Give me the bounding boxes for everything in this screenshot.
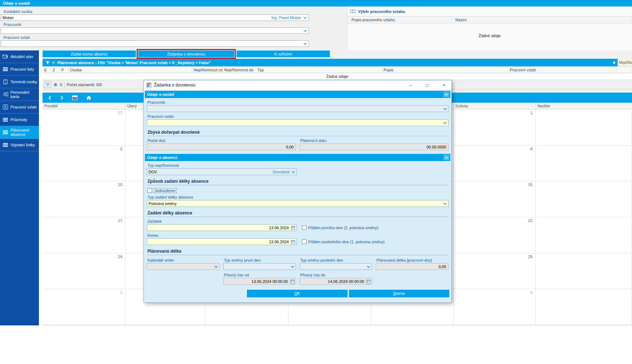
calendar-cell[interactable]: 24. [43,253,125,289]
absence-tabs: Zadat novou absenciŽádanka o dovolenouK … [43,50,330,58]
prev-period-button[interactable] [48,96,52,100]
column-header-z[interactable]: Z [51,67,60,73]
column-header-osoba[interactable]: Osoba [68,67,192,73]
calendar-cell[interactable] [536,253,632,289]
collapse-button[interactable] [443,92,449,97]
home-icon[interactable] [86,96,92,100]
absence-type-combobox[interactable]: DOV Dovolená [147,168,297,175]
calendar-cell[interactable]: 17. [43,217,125,253]
next-period-button[interactable] [60,96,63,100]
calendar-cell[interactable]: 15. [454,181,536,217]
calendar-icon[interactable] [290,225,296,231]
calendar-cell[interactable] [536,181,632,217]
shift-calendar-combobox[interactable] [147,263,220,270]
calendar-cell[interactable]: 29. [454,253,536,289]
chevron-down-icon[interactable] [302,15,308,21]
dialog-footer: OK Storno [247,290,449,297]
chevron-down-icon[interactable] [52,61,55,64]
column-header-nazev[interactable]: Název [451,17,632,23]
tab-zadat-novou-absenci[interactable]: Zadat novou absenci [43,50,136,57]
column-header-nepritomnost-od[interactable]: Nepřítomnost od [192,67,223,73]
worker-input[interactable] [1,27,309,34]
maximize-button[interactable]: □ [420,80,434,90]
settings-icon[interactable] [53,83,58,87]
cancel-button[interactable]: Storno [349,290,450,297]
dialog-titlebar[interactable]: Žádanka o dovolenou – □ × [144,80,451,90]
shift-first-combobox[interactable] [223,263,296,270]
calendar-cell[interactable]: 8. [454,146,536,182]
calendar-cell[interactable]: 6. [454,289,536,325]
panel-empty-text: Žádné údaje [347,23,632,38]
dialog-body: Údaje o osobě Pracovník Pracovní vztah Z… [144,90,451,297]
half-last-day-checkbox[interactable] [302,239,306,244]
column-header-p[interactable]: P [60,67,68,73]
contact-person-input[interactable]: Motan Ing. Pavel Motan [1,14,309,21]
calendar-cell[interactable] [536,146,632,182]
chevron-down-icon[interactable] [442,120,448,126]
collapse-button[interactable] [443,155,449,160]
work-relation-input[interactable] [1,40,309,47]
start-date-input[interactable]: 13.06.2024 [147,224,297,231]
tab-k-vyrizeni[interactable]: K vyřízení [237,50,330,57]
end-date-input[interactable]: 13.06.2024 [147,238,297,245]
calendar-cell[interactable]: 1. [43,289,125,325]
work-relation-label: Pracovní vztah [4,35,30,40]
length-type-combobox[interactable]: Polovina směny [147,200,448,207]
half-last-day-label[interactable]: Půlden posledního dne (1. polovina směny… [308,240,385,244]
ok-button[interactable]: OK [247,290,348,297]
calendar-cell[interactable]: 3. [43,146,125,182]
calendar-cell[interactable]: 1. [454,110,536,146]
overflow-label: Nepříton [619,60,632,65]
absence-type-name: Dovolená [273,170,290,174]
chevron-down-icon[interactable] [290,263,295,270]
one-day-checkbox[interactable] [147,188,152,193]
one-day-label[interactable]: Jednodenní [154,188,176,193]
view-mode-icon[interactable] [72,96,78,100]
column-header-s[interactable]: S [43,67,51,73]
sidebar-item-personalni-karta[interactable]: Personální karta [0,88,39,101]
column-header-pracovni-vztah[interactable]: Pracovní vztah [508,67,632,73]
chevron-down-icon[interactable] [442,106,448,112]
chevron-down-icon[interactable] [442,200,448,207]
minimize-button[interactable]: – [403,80,417,90]
filter-bar[interactable]: Plánované absence - Filtr "Osoba = 'Mota… [43,59,618,66]
half-first-day-label[interactable]: Půlden prvního dne (2. polovina směny) [308,226,378,230]
close-button[interactable]: × [437,80,451,90]
shift-last-label: Typ směny poslední den [300,258,372,262]
chevron-down-icon[interactable] [213,263,219,270]
chevron-down-icon[interactable] [302,28,308,34]
sidebar-item-pracovni-vztah[interactable]: Pracovní vztah [0,101,39,114]
column-header-popis[interactable]: Popis [382,67,508,73]
calendar-cell[interactable]: 10. [43,181,125,217]
calendar-cell[interactable] [536,110,632,146]
work-relation-selection-panel: Výběr pracovního vztahu Popis pracovního… [347,6,632,50]
chevron-down-icon[interactable] [302,41,308,46]
expand-right-icon[interactable] [613,61,616,65]
shift-last-combobox[interactable] [300,263,372,270]
sidebar-item-label: Pracovní listy [10,67,34,71]
sidebar-item-pracovni-listy[interactable]: Pracovní listy [0,63,39,76]
calendar-icon[interactable] [290,239,296,245]
calendar-icon[interactable] [366,278,371,284]
column-header-popis-pracovniho-vztahu[interactable]: Popis pracovního vztahu [347,17,451,23]
relation-combobox[interactable] [147,119,448,126]
calendar-cell[interactable] [536,217,632,253]
calendar-cell[interactable]: 22. [454,217,536,253]
calendar-cell[interactable]: 27. [43,110,125,146]
chevron-down-icon[interactable] [366,263,371,270]
calendar-icon[interactable] [290,278,295,284]
sidebar-item-pruchody[interactable]: Průchody [0,114,39,126]
sidebar-item-vyplatni-listky[interactable]: Výplatní lístky [0,139,39,151]
chevron-down-icon[interactable] [291,169,296,175]
worker-combobox[interactable] [147,105,448,112]
sidebar-item-planovane-absence[interactable]: Plánované absence [0,126,39,139]
half-first-day-checkbox[interactable] [302,225,306,230]
sidebar-item-aktualni-stav[interactable]: Aktuální stav [0,50,39,63]
sidebar-item-terminal-osoby[interactable]: Terminál osoby [0,76,39,88]
filter-toggle-button[interactable] [44,81,51,88]
tab-zadanka-o-dovolenou[interactable]: Žádanka o dovolenou [138,50,234,57]
filter-icon[interactable] [45,61,50,65]
calendar-cell[interactable] [536,289,632,325]
column-header-typ[interactable]: Typ [256,67,382,73]
column-header-nepritomnost-do[interactable]: Nepřítomnost do [223,67,256,73]
